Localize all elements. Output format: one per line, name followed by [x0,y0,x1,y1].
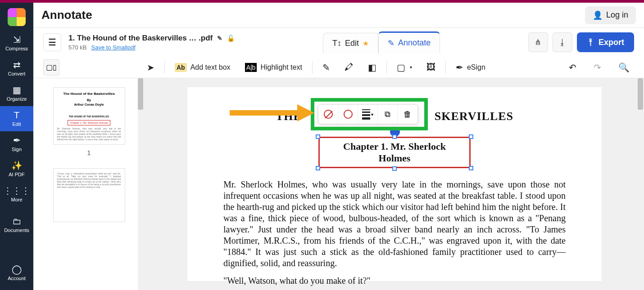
share-button[interactable]: ⋔ [528,32,548,52]
thumb-scroll-handle[interactable] [138,78,143,110]
download-button[interactable]: ⭳ [553,32,572,52]
esign-label: eSign [467,63,485,71]
star-icon: ★ [363,39,369,48]
tab-annotate-label: Annotate [398,38,431,48]
rail-item-documents[interactable]: 🗀 Documents [0,212,33,237]
divider [386,61,387,74]
highlight-text-tool[interactable]: A|b Highlight text [240,60,307,75]
doc-scroll-handle[interactable] [638,78,643,110]
eraser-tool[interactable]: ◧ [363,59,381,76]
export-button[interactable]: ⭱ Export [577,32,634,52]
resize-handle-se[interactable] [469,166,473,170]
rail-item-ai-pdf[interactable]: ✨ AI PDF [0,156,33,182]
rail-label: AI PDF [9,172,24,177]
thumb-by: By [87,98,91,103]
title-right: SKERVILLES [435,110,513,123]
redo-button[interactable]: ↷ [589,59,606,76]
rail-item-edit[interactable]: T Edit [0,106,33,131]
ai-pdf-icon: ✨ [11,161,23,170]
eraser-icon: ◧ [368,62,376,73]
doc-scrollbar[interactable] [638,78,644,290]
title-left: THE [276,110,302,123]
pencil-icon: ✎ [388,38,395,48]
thumb-page-number: 1 [41,149,137,156]
organize-icon: ▦ [13,85,21,94]
chapter-text: Chapter 1. Mr. Sherlock Holmes [343,141,446,164]
thumb-scrollbar[interactable] [138,78,144,290]
highlight-text-label: Highlight text [260,63,302,71]
resize-handle-ne[interactable] [469,134,473,139]
image-tool[interactable]: 🖼 [422,59,440,75]
esign-tool[interactable]: ✒︎ eSign [451,59,490,76]
file-name: 1. The Hound of the Baskervilles … .pdf [68,34,213,43]
share-icon: ⋔ [535,37,541,47]
thumbnail-page-1[interactable]: The Hound of the Baskervilles By Arthur … [53,87,125,145]
rail-item-compress[interactable]: ⇲ Compress [0,31,33,56]
thumb-author: Arthur Conan Doyle [74,103,104,107]
add-text-box-tool[interactable]: Ab Add text box [170,60,235,75]
undo-button[interactable]: ↶ [564,59,581,76]
resize-handle-nw[interactable] [316,134,320,139]
edit-text-icon: T↕ [332,39,341,48]
paragraph: "Well, Watson, what do you make of it?" [223,275,566,286]
divider [445,61,446,74]
image-icon: 🖼 [426,62,435,72]
export-icon: ⭱ [587,38,595,47]
thumbnail-panel[interactable]: The Hound of the Baskervilles By Arthur … [33,78,145,290]
resize-handle-sw[interactable] [316,166,320,170]
thumbnail-page-2[interactable]: "Come, now, a methodical examination sha… [53,168,125,222]
page-title: Annotate [41,8,92,22]
convert-icon: ⇄ [13,60,21,69]
selected-annotation[interactable]: Chapter 1. Mr. Sherlock Holmes [318,137,471,168]
thumb-body-preview: "Come, now, a methodical examination sha… [57,172,121,188]
mode-tabs: T↕ Edit ★ ✎ Annotate [323,31,440,54]
rail-item-account[interactable]: ◯ Account [0,260,33,286]
resize-handle-s[interactable] [392,166,397,171]
undo-icon: ↶ [569,62,576,73]
cursor-tool[interactable]: ➤ [142,59,159,76]
search-button[interactable]: 🔍 [614,59,634,76]
marker-tool[interactable]: 🖍 [340,59,358,75]
shape-tool[interactable]: ▢ ▾ [392,59,417,76]
edit-icon: T [14,111,19,120]
search-icon: 🔍 [618,62,630,73]
left-nav-rail: ⇲ Compress ⇄ Convert ▦ Organize T Edit ✒… [0,3,33,290]
rail-item-convert[interactable]: ⇄ Convert [0,56,33,81]
pen-icon: ✎ [322,62,330,73]
lock-icon[interactable]: 🔓 [227,35,235,42]
annotate-toolbar: ▢▯ ➤ Ab Add text box A|b Highlight text … [33,57,644,78]
rectangle-icon: ▢ [397,62,405,73]
export-label: Export [599,38,624,47]
rename-icon[interactable]: ✎ [217,35,222,42]
marker-icon: 🖍 [345,62,354,72]
rectangle-annotation[interactable]: Chapter 1. Mr. Sherlock Holmes [318,137,471,168]
rail-label: Edit [13,121,21,127]
tab-edit[interactable]: T↕ Edit ★ [323,33,378,54]
tab-annotate[interactable]: ✎ Annotate [378,31,440,54]
top-bar: Annotate 👤 Log in [33,3,644,28]
rail-item-more[interactable]: ⋮⋮⋮ More [0,182,33,207]
rail-label: Convert [8,71,26,76]
documents-icon: 🗀 [12,217,21,226]
chevron-down-icon: ▾ [410,65,412,70]
pen-tool[interactable]: ✎ [318,59,335,76]
app-logo [8,8,26,26]
thumbnails-toggle[interactable]: ▢▯ [43,59,59,76]
signature-icon: ✒︎ [456,62,463,73]
download-icon: ⭳ [558,38,567,47]
save-to-smallpdf-link[interactable]: Save to Smallpdf [91,44,135,51]
thumb-chapter: Chapter 1. Mr. Sherlock Holmes [68,120,110,125]
rail-item-organize[interactable]: ▦ Organize [0,81,33,106]
rail-item-sign[interactable]: ✒︎ Sign [0,131,33,156]
hamburger-menu[interactable]: ☰ [43,33,61,51]
sign-icon: ✒︎ [13,136,21,145]
divider [164,61,165,74]
tab-edit-label: Edit [345,39,359,48]
account-icon: ◯ [12,265,22,274]
file-size: 570 kB [68,44,86,51]
thumbnails-icon: ▢▯ [46,63,57,71]
thumb-body-preview: Mr. Sherlock Holmes, who was usually ver… [57,127,121,141]
rail-label: Documents [4,228,29,233]
resize-handle-n[interactable] [392,134,397,139]
login-button[interactable]: 👤 Log in [585,6,636,24]
